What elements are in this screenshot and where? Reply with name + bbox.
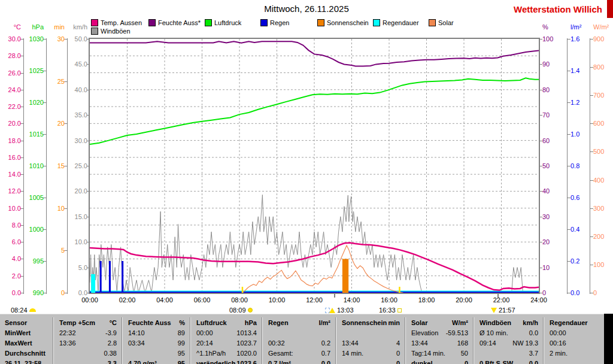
cell-text: 0.7 l/m² <box>268 360 291 364</box>
cell-temp-5cm: 0.38 <box>53 348 122 358</box>
set-arrow-icon <box>491 308 497 313</box>
annotation-16-33: 16:33 <box>379 306 402 314</box>
table-row-header: SensorTemp +5cm°CFeuchte Auss%Luftdruckh… <box>0 317 613 327</box>
cell-text: 13:44 <box>411 339 428 347</box>
cell-solar: Elevation-59.513 <box>405 327 473 338</box>
cell-text: Feuchte Auss <box>128 319 171 326</box>
cell-text: 14 min. <box>342 350 363 357</box>
cell-text: Solar <box>411 319 428 326</box>
cell-value: % <box>179 319 185 326</box>
cell-feuchte-auss: 14:1089 <box>122 327 190 338</box>
cell-value: 89 <box>178 329 185 336</box>
row-label: MaxWert <box>0 338 53 348</box>
cell-value: 0.0 <box>529 360 538 364</box>
row-label: Durchschnitt <box>0 348 53 358</box>
cell-value: 0 <box>396 350 400 357</box>
annotation-21-57: 21:57 <box>491 306 515 314</box>
cell-value: 99 <box>178 339 185 347</box>
cell-regendauer: 00:00 <box>543 327 613 338</box>
row-label: Sensor <box>0 317 53 327</box>
cell-text: 00:00 <box>196 329 213 336</box>
cell-regen: Gesamt:0.7 <box>262 348 335 358</box>
cell-text: 22:32 <box>59 329 76 336</box>
cell-regen <box>262 327 335 338</box>
cell-text: Sonnenschein <box>342 319 387 326</box>
cell-regendauer: Regendauermin <box>543 317 613 327</box>
cell-luftdruck: LuftdruckhPa <box>190 317 262 327</box>
cell-text: Temp +5cm <box>59 319 95 326</box>
sun-icon <box>248 308 253 313</box>
cell-value: 0.7 <box>321 350 330 357</box>
cell-windb-en: 3.7 <box>473 348 543 358</box>
time-annotations: 08:2408:0913:0316:3321:57 <box>0 0 613 364</box>
square-icon <box>397 308 402 313</box>
cell-temp-5cm: Temp +5cm°C <box>53 317 122 327</box>
cell-value: 2.8 <box>108 339 117 347</box>
cell-value: W/m² <box>452 319 468 326</box>
cell-luftdruck: 20:141023.7 <box>190 338 262 348</box>
table-row-minwert: MinWert22:32-3.914:108900:001013.4Elevat… <box>0 327 613 338</box>
cell-text: 00:16 <box>550 339 566 347</box>
cell-value: km/h <box>523 319 538 326</box>
table-row-durchschnitt: Durchschnitt0.3895^1.1hPa/h1020.0Gesamt:… <box>0 348 613 358</box>
row-label: MinWert <box>0 327 53 338</box>
cell-luftdruck: ^1.1hPa/h1020.0 <box>190 348 262 358</box>
table-row-26-11-23-58: 26.11. 23:58-3.34.70 g/m³95veränderlich1… <box>0 358 613 364</box>
cell-value: 1023.7 <box>236 339 257 347</box>
cell-value: -3.3 <box>105 360 117 364</box>
cell-text: 00:32 <box>268 339 285 347</box>
cell-value: 95 <box>178 350 185 357</box>
cell-text: 14:10 <box>128 329 145 336</box>
cell-value: 0.2 <box>321 339 330 347</box>
row-label: 26.11. 23:58 <box>0 358 53 364</box>
cell-value: hPa <box>245 319 257 326</box>
cell-value: l/m² <box>318 319 330 326</box>
cell-luftdruck: 00:001013.4 <box>190 327 262 338</box>
cell-text: Windböen <box>480 319 511 326</box>
cell-text: ^1.1hPa/h <box>196 350 226 357</box>
cell-feuchte-auss: Feuchte Auss% <box>122 317 190 327</box>
cell-windb-en: Windböenkm/h <box>473 317 543 327</box>
annotation-time: 21:57 <box>499 307 515 314</box>
cell-value: 0.38 <box>104 350 117 357</box>
cell-text: 20:14 <box>196 339 213 347</box>
cell-temp-5cm: 22:32-3.9 <box>53 327 122 338</box>
cell-text: Ø 10 min. <box>480 329 508 336</box>
cell-regendauer: 00:16 <box>543 338 613 348</box>
cell-windb-en: Ø 10 min.0.0 <box>473 327 543 338</box>
cell-regen: Regenl/m² <box>262 317 335 327</box>
cell-text: 0 Bft S-SW <box>480 360 513 364</box>
cell-windb-en: 09:14NW 19.3 <box>473 338 543 348</box>
table-row-maxwert: MaxWert13:362.803:349920:141023.700:320.… <box>0 338 613 348</box>
cell-value: -3.9 <box>105 329 117 336</box>
annotation-time: 08:24 <box>11 307 28 314</box>
cell-value: min <box>388 319 400 326</box>
rise-arrow-icon <box>329 308 335 313</box>
cell-value: 1020.0 <box>236 350 257 357</box>
cell-text: veränderlich <box>196 360 235 364</box>
cell-text: 09:14 <box>480 339 496 347</box>
cell-value: 0.0 <box>321 360 330 364</box>
cell-text: Luftdruck <box>196 319 227 326</box>
cell-regendauer: 2 min. <box>543 348 613 358</box>
cell-value: °C <box>110 319 117 326</box>
cell-value: 0 <box>396 360 400 364</box>
annotation-08-24: 08:24 <box>11 306 36 314</box>
cell-value: 95 <box>178 360 185 364</box>
cell-regen: 0.7 l/m²0.0 <box>262 358 335 364</box>
stats-table: SensorTemp +5cm°CFeuchte Auss%Luftdruckh… <box>0 314 613 364</box>
cell-regen: 00:320.2 <box>262 338 335 348</box>
cell-text: Regendauer <box>550 319 588 326</box>
cell-temp-5cm: 13:362.8 <box>53 338 122 348</box>
cell-value: 4 <box>396 339 400 347</box>
cell-value: 168 <box>457 339 468 347</box>
cell-text: Elevation <box>411 329 438 336</box>
cell-text: Regen <box>268 319 289 326</box>
cell-text: 2 min. <box>550 350 568 357</box>
cell-solar: Tag:14 min.50 <box>405 348 473 358</box>
cell-regendauer <box>543 358 613 364</box>
cell-feuchte-auss: 03:3499 <box>122 338 190 348</box>
annotation-time: 16:33 <box>379 307 396 314</box>
cell-text: 4.70 g/m³ <box>128 360 157 364</box>
cell-feuchte-auss: 95 <box>122 348 190 358</box>
